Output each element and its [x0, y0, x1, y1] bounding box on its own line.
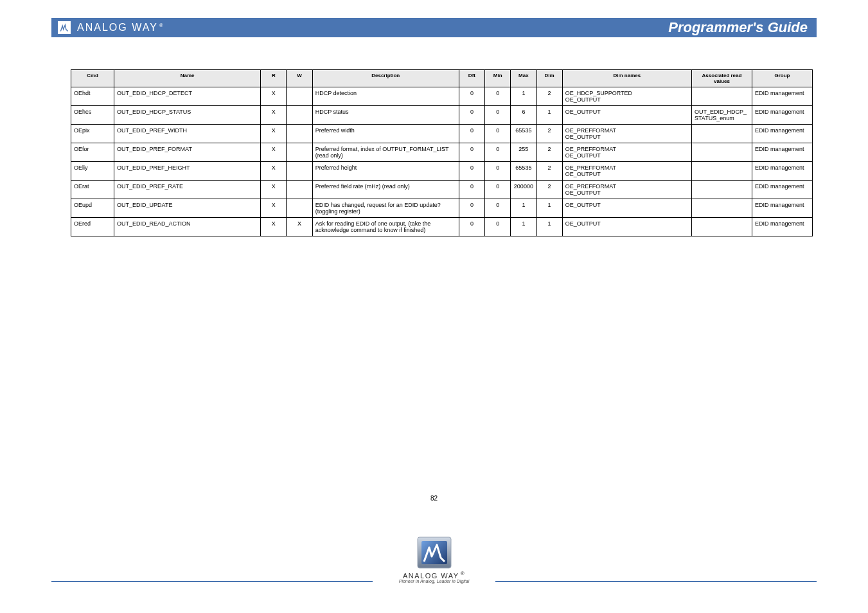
cell-w: [287, 162, 312, 181]
cell-min: 0: [485, 106, 511, 125]
cell-r: X: [261, 125, 287, 143]
cell-name: OUT_EDID_HDCP_STATUS: [114, 106, 261, 125]
cell-r: X: [261, 87, 287, 106]
brand-trademark: ®: [159, 22, 164, 28]
cell-dim: 2: [536, 162, 562, 181]
cell-dims: OE_OUTPUT: [562, 199, 691, 218]
footer-tagline: Pioneer in Analog, Leader in Digital: [394, 579, 474, 583]
cell-assoc: [692, 87, 752, 106]
cell-w: [287, 143, 312, 162]
cell-dims: OE_OUTPUT: [562, 106, 691, 125]
brand-logo-icon: [58, 21, 71, 34]
cell-desc: HDCP detection: [312, 87, 459, 106]
cell-group: EDID management: [752, 125, 812, 143]
th-desc: Description: [312, 70, 459, 87]
cell-max: 1: [511, 87, 536, 106]
table-row: OEupdOUT_EDID_UPDATEXEDID has changed, r…: [71, 199, 813, 218]
table-body: OEhdtOUT_EDID_HDCP_DETECTXHDCP detection…: [71, 87, 813, 236]
cell-dim: 2: [536, 125, 562, 143]
cell-r: X: [261, 181, 287, 199]
brand-name: ANALOG WAY®: [77, 22, 164, 33]
th-group: Group: [752, 70, 812, 87]
th-dims: Dim names: [562, 70, 691, 87]
cell-dims: OE_PREFFORMATOE_OUTPUT: [562, 162, 691, 181]
cell-max: 65535: [511, 162, 536, 181]
cell-desc: EDID has changed, request for an EDID up…: [312, 199, 459, 218]
cell-dims: OE_PREFFORMATOE_OUTPUT: [562, 143, 691, 162]
cell-r: X: [261, 218, 287, 236]
cell-dft: 0: [459, 106, 484, 125]
cell-w: [287, 106, 312, 125]
table-row: OEratOUT_EDID_PREF_RATEXPreferred field …: [71, 181, 813, 199]
cell-max: 6: [511, 106, 536, 125]
cell-r: X: [261, 143, 287, 162]
cell-dim: 1: [536, 218, 562, 236]
th-max: Max: [511, 70, 536, 87]
table-row: OEpixOUT_EDID_PREF_WIDTHXPreferred width…: [71, 125, 813, 143]
table-head: Cmd Name R W Description Dft Min Max Dim…: [71, 70, 813, 87]
cell-cmd: OEupd: [71, 199, 114, 218]
cell-group: EDID management: [752, 87, 812, 106]
cell-dims: OE_PREFFORMATOE_OUTPUT: [562, 125, 691, 143]
cell-dft: 0: [459, 125, 484, 143]
cell-desc: Preferred format, index of OUTPUT_FORMAT…: [312, 143, 459, 162]
cell-name: OUT_EDID_PREF_HEIGHT: [114, 162, 261, 181]
footer-brand: ANALOG WAY®: [394, 571, 474, 580]
cell-r: X: [261, 162, 287, 181]
cell-dft: 0: [459, 199, 484, 218]
table-row: OEforOUT_EDID_PREF_FORMATXPreferred form…: [71, 143, 813, 162]
cell-assoc: [692, 181, 752, 199]
cell-dft: 0: [459, 143, 484, 162]
cell-group: EDID management: [752, 199, 812, 218]
cell-desc: Preferred field rate (mHz) (read only): [312, 181, 459, 199]
cell-max: 1: [511, 218, 536, 236]
cell-r: X: [261, 106, 287, 125]
th-r: R: [261, 70, 287, 87]
cell-assoc: [692, 125, 752, 143]
cell-min: 0: [485, 199, 511, 218]
th-dim: Dim: [536, 70, 562, 87]
page-number: 82: [0, 495, 868, 502]
cell-dim: 2: [536, 181, 562, 199]
cell-assoc: [692, 162, 752, 181]
cell-name: OUT_EDID_HDCP_DETECT: [114, 87, 261, 106]
cell-r: X: [261, 199, 287, 218]
cell-dims: OE_HDCP_SUPPORTEDOE_OUTPUT: [562, 87, 691, 106]
cell-assoc: [692, 218, 752, 236]
cell-dim: 2: [536, 143, 562, 162]
cell-dft: 0: [459, 181, 484, 199]
cell-w: X: [287, 218, 312, 236]
cell-dims: OE_OUTPUT: [562, 218, 691, 236]
cell-dft: 0: [459, 162, 484, 181]
cell-min: 0: [485, 87, 511, 106]
cell-min: 0: [485, 143, 511, 162]
cell-cmd: OEpix: [71, 125, 114, 143]
cell-dim: 2: [536, 87, 562, 106]
cell-w: [287, 87, 312, 106]
cell-assoc: [692, 199, 752, 218]
cell-cmd: OEred: [71, 218, 114, 236]
th-cmd: Cmd: [71, 70, 114, 87]
footer-rule-left: [51, 581, 373, 582]
th-min: Min: [485, 70, 511, 87]
footer: ANALOG WAY® Pioneer in Analog, Leader in…: [0, 536, 868, 594]
footer-logo: ANALOG WAY® Pioneer in Analog, Leader in…: [389, 536, 479, 583]
cell-name: OUT_EDID_PREF_WIDTH: [114, 125, 261, 143]
cell-cmd: OEfor: [71, 143, 114, 162]
cell-min: 0: [485, 162, 511, 181]
cell-min: 0: [485, 218, 511, 236]
cell-cmd: OEhdt: [71, 87, 114, 106]
cell-group: EDID management: [752, 181, 812, 199]
cell-min: 0: [485, 125, 511, 143]
cell-dims: OE_PREFFORMATOE_OUTPUT: [562, 181, 691, 199]
footer-rule-right: [495, 581, 817, 582]
cell-max: 1: [511, 199, 536, 218]
command-table: Cmd Name R W Description Dft Min Max Dim…: [71, 69, 813, 236]
cell-dim: 1: [536, 199, 562, 218]
cell-w: [287, 181, 312, 199]
cell-name: OUT_EDID_PREF_RATE: [114, 181, 261, 199]
cell-dft: 0: [459, 218, 484, 236]
th-assoc: Associated read values: [692, 70, 752, 87]
cell-dim: 1: [536, 106, 562, 125]
cell-cmd: OEliy: [71, 162, 114, 181]
